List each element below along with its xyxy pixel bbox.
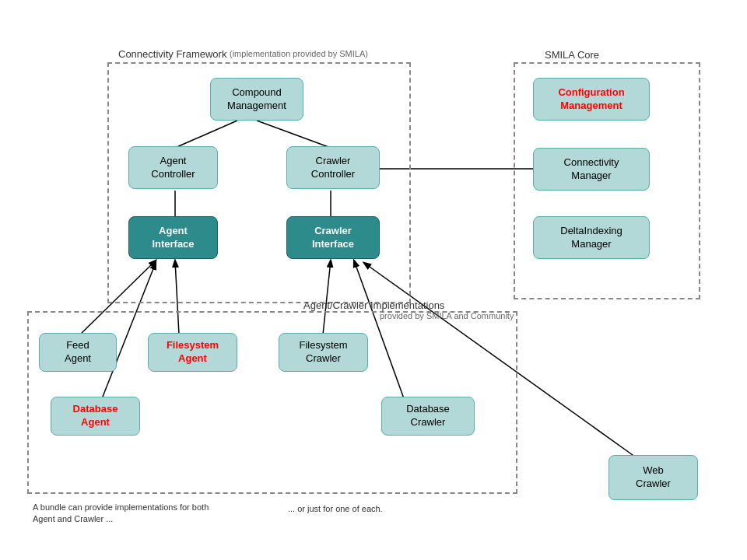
bundle-note: A bundle can provide implementations for… — [33, 502, 209, 526]
connectivity-manager-box: ConnectivityManager — [533, 148, 650, 191]
feed-agent-box: FeedAgent — [39, 333, 117, 372]
configuration-management-box: ConfigurationManagement — [533, 78, 650, 121]
database-crawler-box: DatabaseCrawler — [381, 397, 475, 436]
crawler-interface-box: CrawlerInterface — [286, 216, 380, 259]
filesystem-agent-box: FilesystemAgent — [148, 333, 237, 372]
smila-core-label: SMILA Core — [545, 49, 599, 61]
connectivity-framework-label: Connectivity Framework — [118, 48, 226, 60]
database-agent-box: DatabaseAgent — [51, 397, 140, 436]
architecture-diagram: Connectivity Framework (implementation p… — [0, 0, 747, 560]
agent-controller-box: AgentController — [128, 146, 218, 189]
compound-management-box: Compound Management — [210, 78, 303, 121]
agent-crawler-label: Agent/Crawler Implementations — [303, 299, 444, 311]
filesystem-crawler-box: FilesystemCrawler — [279, 333, 368, 372]
web-crawler-box: WebCrawler — [608, 455, 698, 500]
delta-indexing-manager-box: DeltaIndexingManager — [533, 216, 650, 259]
agent-crawler-sublabel: provided by SMILA and Community — [380, 311, 514, 320]
connectivity-framework-sublabel: (implementation provided by SMILA) — [230, 49, 368, 58]
agent-interface-box: AgentInterface — [128, 216, 218, 259]
crawler-controller-box: CrawlerController — [286, 146, 380, 189]
or-note: ... or just for one of each. — [288, 504, 383, 513]
